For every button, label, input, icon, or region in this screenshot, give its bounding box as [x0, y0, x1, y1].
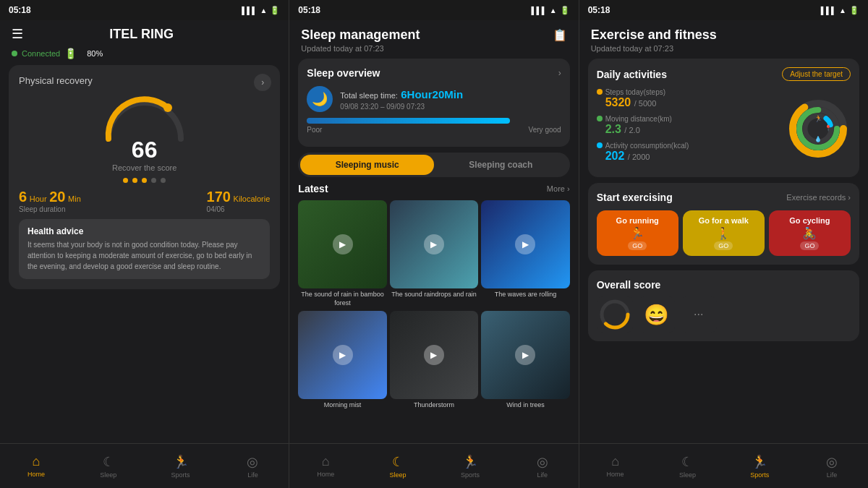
media-caption-0: The sound of rain in bamboo forest [298, 291, 386, 307]
health-advice: Health advice It seems that your body is… [19, 219, 270, 279]
calorie-num: 170 [207, 189, 231, 205]
dot-5 [161, 178, 166, 183]
signal-icon-1: ▌▌▌ [242, 7, 257, 14]
nav-sports-2[interactable]: 🏃 Sports [434, 444, 506, 488]
media-item-5[interactable]: ▶ Wind in trees [481, 311, 569, 410]
nav-sleep-2[interactable]: ☾ Sleep [362, 444, 434, 488]
calories-value: 202 [605, 150, 625, 162]
ex-records-link[interactable]: Exercise records › [786, 193, 851, 202]
exercise-card: Start exercising Exercise records › Go r… [588, 183, 859, 265]
daily-activities-card: Daily activities Adjust the target Steps… [588, 59, 859, 177]
media-thumb-5: ▶ [481, 311, 569, 399]
sleep-overview-card: Sleep overview › 🌙 Total sleep time: 6Ho… [298, 59, 569, 147]
distance-label: Moving distance(km) [605, 115, 672, 123]
steps-goal: / 5000 [634, 99, 657, 108]
score-thumb-1 [597, 296, 633, 333]
score-title: Overall score [597, 279, 851, 291]
calories-info: Activity consumption(kcal) 202 / 2000 [605, 142, 689, 163]
life-icon-1: ◎ [247, 454, 258, 470]
play-icon-1: ▶ [424, 234, 444, 254]
ex-title: Start exercising [597, 192, 673, 203]
running-icon: 🏃 [630, 226, 644, 240]
recovery-arrow[interactable]: › [254, 74, 271, 91]
media-grid: ▶ The sound of rain in bamboo forest ▶ T… [289, 200, 578, 410]
media-item-0[interactable]: ▶ The sound of rain in bamboo forest [298, 200, 386, 308]
wifi-icon-1: ▲ [260, 7, 267, 14]
steps-row: Steps today(steps) 5320 / 5000 [597, 88, 786, 109]
sleep-label-2: Sleep [390, 471, 407, 479]
poor-label: Poor [307, 126, 322, 134]
media-thumb-0: ▶ [298, 200, 386, 288]
media-thumb-1: ▶ [390, 200, 478, 288]
calories-goal: / 2000 [628, 153, 650, 161]
home-label-1: Home [27, 471, 45, 478]
connected-row: Connected 🔋 80% [0, 48, 289, 65]
overview-arrow[interactable]: › [558, 68, 561, 78]
media-thumb-2: ▶ [481, 200, 569, 288]
status-panel-3: 05:18 ▌▌▌ ▲ 🔋 [579, 0, 868, 20]
recovery-title: Physical recovery [19, 75, 270, 86]
more-link[interactable]: More › [547, 184, 570, 193]
distance-info: Moving distance(km) 2.3 / 2.0 [605, 115, 672, 136]
gauge-svg [101, 92, 188, 142]
da-stats-left: Steps today(steps) 5320 / 5000 Moving di… [597, 88, 786, 168]
sleep-icon-1: ☾ [103, 454, 114, 470]
nav-home-2[interactable]: ⌂ Home [289, 444, 362, 488]
go-walking-button[interactable]: Go for a walk 🚶 GO [683, 210, 765, 256]
total-value: 6Hour20Min [401, 88, 463, 100]
ex-buttons: Go running 🏃 GO Go for a walk 🚶 GO Go cy… [597, 210, 851, 256]
score-thumb-2: 😄 [639, 296, 675, 333]
walking-go: GO [714, 241, 733, 250]
steps-values: 5320 / 5000 [605, 96, 665, 109]
status-panel-1: 05:18 ▌▌▌ ▲ 🔋 [0, 0, 289, 20]
media-item-2[interactable]: ▶ The waves are rolling [481, 200, 569, 308]
sleep-total-row: 🌙 Total sleep time: 6Hour20Min 09/08 23:… [307, 86, 561, 112]
stats-row: 6 Hour 20 Min Sleep duration 170 Kilocal… [19, 189, 270, 213]
bottom-nav-2: ⌂ Home ☾ Sleep 🏃 Sports ◎ Life [289, 443, 578, 488]
nav-sleep-3[interactable]: ☾ Sleep [651, 444, 723, 488]
tab-sleeping-coach[interactable]: Sleeping coach [434, 155, 568, 175]
nav-home-1[interactable]: ⌂ Home [0, 444, 72, 488]
dot-1 [123, 178, 128, 183]
nav-life-2[interactable]: ◎ Life [506, 444, 579, 488]
steps-label: Steps today(steps) [605, 88, 665, 96]
sleep-label: Sleep duration [19, 205, 81, 213]
cycling-label: Go cycling [789, 216, 830, 225]
steps-info: Steps today(steps) 5320 / 5000 [605, 88, 665, 109]
life-label-3: Life [827, 471, 838, 479]
status-icons-1: ▌▌▌ ▲ 🔋 [242, 6, 280, 15]
tab-sleeping-music[interactable]: Sleeping music [300, 155, 434, 175]
sleep-min-label: Min [68, 194, 81, 203]
wifi-icon-3: ▲ [839, 7, 846, 14]
calendar-icon[interactable]: 📋 [553, 28, 567, 42]
sleep-stat: 6 Hour 20 Min Sleep duration [19, 189, 81, 213]
exercise-header-row: Exercise and fitness [591, 27, 856, 43]
gauge-dots [19, 178, 270, 183]
distance-dot [597, 116, 603, 121]
sports-label-1: Sports [171, 471, 190, 479]
donut-svg: 🏃 📍 💧 [786, 96, 851, 161]
recovery-card: Physical recovery › 66 Recover the score [9, 65, 280, 289]
nav-sleep-1[interactable]: ☾ Sleep [72, 444, 145, 488]
nav-sports-1[interactable]: 🏃 Sports [145, 444, 217, 488]
calorie-value: 170 Kilocalorie [207, 189, 271, 205]
bottom-nav-1: ⌂ Home ☾ Sleep 🏃 Sports ◎ Life [0, 443, 289, 488]
sleep-header-row: Sleep management 📋 [301, 27, 566, 43]
nav-life-1[interactable]: ◎ Life [216, 444, 289, 488]
home-label-3: Home [607, 471, 624, 478]
go-running-button[interactable]: Go running 🏃 GO [597, 210, 678, 256]
adjust-target-button[interactable]: Adjust the target [782, 67, 851, 81]
nav-home-3[interactable]: ⌂ Home [579, 444, 652, 488]
calories-values: 202 / 2000 [605, 150, 689, 163]
media-item-4[interactable]: ▶ Thunderstorm [390, 311, 478, 410]
media-item-3[interactable]: ▶ Morning mist [298, 311, 386, 410]
running-label: Go running [616, 216, 659, 225]
nav-life-3[interactable]: ◎ Life [796, 444, 868, 488]
main-panels: ☰ ITEL RING Connected 🔋 80% Physical rec… [0, 20, 868, 488]
media-caption-2: The waves are rolling [481, 291, 569, 299]
menu-icon[interactable]: ☰ [12, 26, 23, 42]
sleep-moon-icon: 🌙 [307, 86, 333, 112]
go-cycling-button[interactable]: Go cycling 🚴 GO [769, 210, 851, 256]
media-item-1[interactable]: ▶ The sound raindrops and rain [390, 200, 478, 308]
nav-sports-3[interactable]: 🏃 Sports [723, 444, 796, 488]
